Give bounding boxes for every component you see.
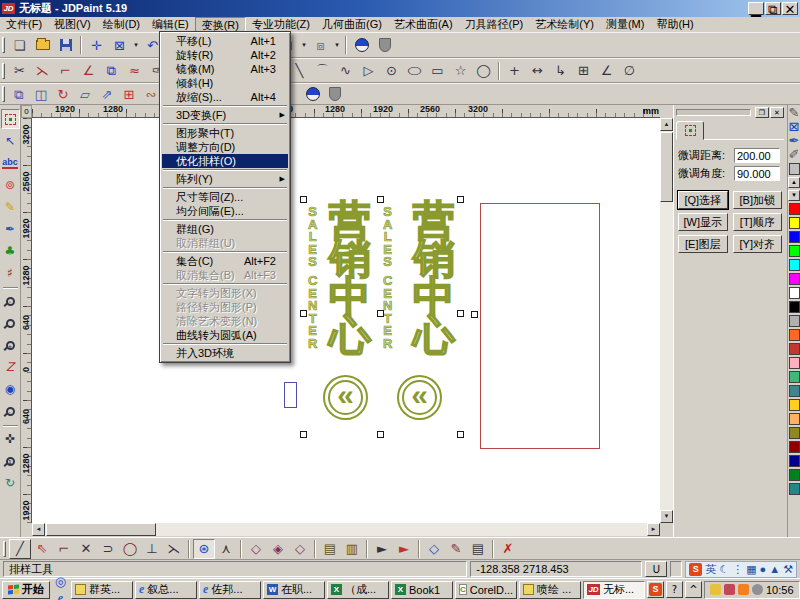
menu-option-2[interactable]: 镜像(M)Alt+3 — [162, 62, 288, 76]
ie-launch-button[interactable]: e — [52, 590, 69, 600]
color-swatch-15[interactable] — [789, 413, 800, 425]
pick-list-tool[interactable]: ▤ — [467, 539, 489, 559]
menu-option-3[interactable]: 倾斜(H) — [162, 76, 288, 90]
nest-diamond-fill-tool[interactable]: ◈ — [267, 539, 289, 559]
color-swatch-1[interactable] — [789, 217, 800, 229]
selection-handle-0[interactable] — [300, 196, 307, 203]
menu-option-19[interactable]: 曲线转为圆弧(A) — [162, 328, 288, 342]
vertical-cn-text-1[interactable]: 营销中心 — [327, 202, 373, 354]
menu-option-12[interactable]: 群组(G) — [162, 222, 288, 236]
dim-linear-button[interactable]: ↔ — [526, 60, 549, 82]
skew-transform-button[interactable]: ▱ — [74, 85, 96, 104]
pen-blue-icon-button[interactable]: ✒ — [788, 133, 800, 147]
dim-path-button[interactable]: ↳ — [549, 60, 572, 82]
settings-wrench-icon[interactable]: ⚒ — [783, 563, 793, 576]
menu-option-8[interactable]: 优化排样(O) — [162, 154, 288, 168]
panel-button-2[interactable]: [W]显示 — [678, 213, 728, 231]
vertical-ruler[interactable]: 3200256019201280640064012801920 — [21, 118, 32, 523]
surface-dome-button[interactable] — [350, 34, 373, 56]
brush-icon-button[interactable]: ✐ — [788, 147, 800, 161]
color-swatch-17[interactable] — [789, 441, 800, 453]
palette-scroll-down-button[interactable]: ▼ — [788, 190, 800, 201]
expand-tray-button[interactable]: ^ — [685, 581, 702, 598]
nest-curve-tool[interactable]: ⊃ — [97, 539, 119, 559]
horizontal-ruler[interactable]: mm 192012806401280192025603200 — [32, 105, 660, 118]
menu-item-8[interactable]: 刀具路径(P) — [459, 17, 530, 32]
scroll-left-button[interactable]: ◄ — [32, 523, 45, 536]
vertical-en-text-2[interactable]: SALESCENTER — [383, 206, 392, 351]
task-button-0[interactable]: 群英... — [71, 581, 133, 599]
selection-handle-9[interactable] — [457, 431, 464, 438]
menu-item-4[interactable]: 变换(R) — [195, 17, 246, 32]
select-tool[interactable] — [1, 109, 20, 129]
surface-shield-button-2[interactable] — [324, 85, 346, 104]
small-blue-rect[interactable] — [284, 382, 297, 408]
menu-option-6[interactable]: 图形聚中(T) — [162, 126, 288, 140]
trim-tool-button[interactable]: ⋋ — [31, 60, 54, 82]
logo-circle-2[interactable]: « — [397, 375, 442, 420]
soft-keyboard-icon[interactable]: ▦ — [746, 563, 756, 576]
help-tray-button[interactable]: ? — [666, 581, 683, 598]
nest-ring-tool[interactable]: ◯ — [119, 539, 141, 559]
qq-tray-icon[interactable] — [738, 584, 749, 595]
crosshair-pick-button[interactable]: ✛ — [85, 34, 108, 56]
scroll-down-button[interactable]: ▼ — [660, 510, 673, 523]
nest-line-tool[interactable]: ╱ — [9, 539, 31, 559]
nest-move-tool[interactable]: ⇖ — [31, 539, 53, 559]
circle-tool-button[interactable]: ⊙ — [380, 60, 403, 82]
panel-button-3[interactable]: [T]顺序 — [733, 213, 783, 231]
drawing-canvas[interactable]: SALESCENTER营销中心SALESCENTER营销中心«« — [32, 118, 660, 523]
vertical-scrollbar[interactable]: ▲ ▼ — [660, 118, 673, 523]
gray-swatch[interactable] — [789, 163, 800, 175]
delete-box-button-dropdown[interactable]: ▾ — [131, 41, 141, 49]
color-swatch-2[interactable] — [789, 231, 800, 243]
selection-handle-2[interactable] — [457, 196, 464, 203]
redraw-tool[interactable]: ↻ — [1, 473, 20, 493]
measure-tool[interactable]: ♯ — [1, 263, 20, 283]
minimize-button[interactable]: ▁ — [748, 2, 764, 15]
menu-item-11[interactable]: 帮助(H) — [650, 17, 699, 32]
menu-item-0[interactable]: 文件(F) — [0, 17, 48, 32]
material-frame-rect[interactable] — [480, 203, 600, 449]
copy-transform-button[interactable]: ⧉ — [8, 85, 30, 104]
nest-corner-tool[interactable]: ⌐ — [53, 539, 75, 559]
lang-mode-label[interactable]: 英 — [705, 563, 716, 576]
units-button[interactable]: U — [645, 561, 667, 577]
part-origin-button-dropdown[interactable]: ▾ — [299, 41, 309, 49]
dim-point-button[interactable]: + — [503, 60, 526, 82]
polygon-tool-button[interactable]: ◯ — [472, 60, 495, 82]
toolbar-grip[interactable] — [2, 63, 5, 79]
menu-option-11[interactable]: 均分间隔(E)... — [162, 204, 288, 218]
selection-handle-7[interactable] — [300, 431, 307, 438]
view-3d-button-dropdown[interactable]: ▾ — [332, 41, 342, 49]
menu-option-4[interactable]: 放缩(S)...Alt+4 — [162, 90, 288, 104]
save-button[interactable] — [54, 34, 77, 56]
surface-dome-button-2[interactable] — [302, 85, 324, 104]
panel-button-0[interactable]: [Q]选择 — [678, 191, 728, 209]
chat-tray-icon[interactable] — [724, 584, 735, 595]
task-button-8[interactable]: JD无标... — [583, 581, 645, 599]
align-stack-tool[interactable]: ▤ — [319, 539, 341, 559]
join-tool-button[interactable]: ≈ — [123, 60, 146, 82]
dots-icon[interactable]: ⋮ — [732, 563, 743, 576]
selection-handle-4[interactable] — [377, 310, 384, 317]
menu-item-2[interactable]: 绘制(D) — [97, 17, 146, 32]
nest-branch-tool[interactable]: ⋏ — [215, 539, 237, 559]
nest-cross-tool[interactable]: ✕ — [75, 539, 97, 559]
color-swatch-19[interactable] — [789, 469, 800, 481]
panel-grip[interactable] — [676, 109, 751, 116]
delete-tool[interactable]: ✗ — [497, 539, 519, 559]
color-swatch-7[interactable] — [789, 301, 800, 313]
align-stack2-tool[interactable]: ▥ — [341, 539, 363, 559]
zoom-1to1-tool[interactable]: 1 — [1, 451, 20, 471]
menu-option-1[interactable]: 旋转(R)Alt+2 — [162, 48, 288, 62]
panel-close-button[interactable]: ✕ — [770, 107, 784, 118]
panel-button-5[interactable]: [Y]对齐 — [733, 235, 783, 253]
show-desktop-button[interactable]: ◎ — [52, 573, 69, 590]
vertical-scroll-thumb[interactable] — [660, 132, 673, 202]
sogou-ime-icon[interactable]: S — [689, 562, 702, 576]
color-swatch-10[interactable] — [789, 343, 800, 355]
menu-option-10[interactable]: 尺寸等同(Z)... — [162, 190, 288, 204]
menu-item-1[interactable]: 视图(V) — [48, 17, 97, 32]
scroll-right-button[interactable]: ► — [647, 523, 660, 536]
